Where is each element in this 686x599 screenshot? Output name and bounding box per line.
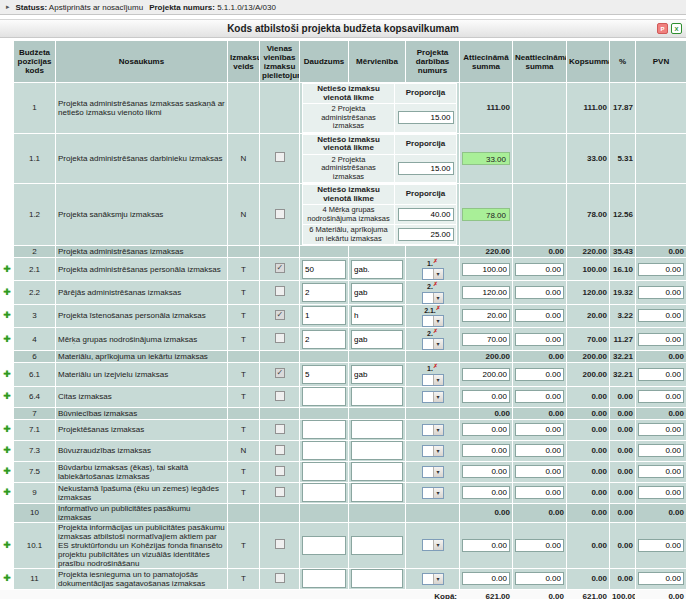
action-number-select[interactable]: ▾ xyxy=(422,539,444,551)
attiecinama-input[interactable] xyxy=(462,539,510,552)
pvn-input[interactable] xyxy=(638,465,684,478)
unit-input[interactable] xyxy=(351,462,403,481)
attiecinama-input[interactable] xyxy=(462,465,510,478)
attiecinama-input[interactable] xyxy=(462,423,510,436)
remove-action-icon[interactable]: ✗ xyxy=(436,305,441,311)
proportion-input[interactable] xyxy=(398,111,454,124)
neattiecinama-input[interactable] xyxy=(515,572,564,585)
action-number-select[interactable]: ▾ xyxy=(422,487,444,499)
attiecinama-input[interactable] xyxy=(462,333,510,346)
remove-action-icon[interactable]: ✗ xyxy=(433,328,438,334)
excel-export-icon[interactable]: X xyxy=(671,23,682,34)
unit-input[interactable] xyxy=(351,483,403,502)
add-row-icon[interactable]: ✚ xyxy=(3,487,11,497)
action-number-select[interactable]: ▾ xyxy=(422,374,444,386)
add-row-icon[interactable]: ✚ xyxy=(3,445,11,455)
pvn-input[interactable] xyxy=(638,333,684,346)
attiecinama-input[interactable] xyxy=(462,309,510,322)
unit-input[interactable] xyxy=(351,387,403,406)
quantity-input[interactable] xyxy=(302,441,346,460)
unit-input[interactable] xyxy=(351,306,403,325)
pdf-export-icon[interactable]: P xyxy=(657,23,668,34)
unit-cost-checkbox[interactable] xyxy=(275,263,285,273)
neattiecinama-input[interactable] xyxy=(515,263,564,276)
unit-cost-checkbox[interactable] xyxy=(275,286,285,296)
quantity-input[interactable] xyxy=(302,483,346,502)
unit-cost-checkbox[interactable] xyxy=(275,152,285,162)
quantity-input[interactable] xyxy=(302,569,346,588)
add-row-icon[interactable]: ✚ xyxy=(3,287,11,297)
remove-action-icon[interactable]: ✗ xyxy=(433,258,438,264)
quantity-input[interactable] xyxy=(302,420,346,439)
neattiecinama-input[interactable] xyxy=(515,368,564,381)
unit-cost-checkbox[interactable] xyxy=(275,573,285,583)
attiecinama-input[interactable] xyxy=(462,444,510,457)
remove-action-icon[interactable]: ✗ xyxy=(433,281,438,287)
unit-cost-checkbox[interactable] xyxy=(275,333,285,343)
unit-input[interactable] xyxy=(351,260,403,279)
unit-input[interactable] xyxy=(351,441,403,460)
neattiecinama-input[interactable] xyxy=(515,333,564,346)
quantity-input[interactable] xyxy=(302,260,346,279)
unit-cost-checkbox[interactable] xyxy=(275,466,285,476)
add-row-icon[interactable]: ✚ xyxy=(3,334,11,344)
action-number-select[interactable]: ▾ xyxy=(422,391,444,403)
unit-cost-checkbox[interactable] xyxy=(275,539,285,549)
add-row-icon[interactable]: ✚ xyxy=(3,391,11,401)
pvn-input[interactable] xyxy=(638,423,684,436)
pvn-input[interactable] xyxy=(638,286,684,299)
quantity-input[interactable] xyxy=(302,462,346,481)
unit-input[interactable] xyxy=(351,365,403,384)
action-number-select[interactable]: ▾ xyxy=(422,315,444,327)
add-row-icon[interactable]: ✚ xyxy=(3,573,11,583)
neattiecinama-input[interactable] xyxy=(515,465,564,478)
neattiecinama-input[interactable] xyxy=(515,444,564,457)
quantity-input[interactable] xyxy=(302,365,346,384)
unit-cost-checkbox[interactable] xyxy=(275,424,285,434)
neattiecinama-input[interactable] xyxy=(515,486,564,499)
action-number-select[interactable]: ▾ xyxy=(422,573,444,585)
action-number-select[interactable]: ▾ xyxy=(422,268,444,280)
add-row-icon[interactable]: ✚ xyxy=(3,369,11,379)
quantity-input[interactable] xyxy=(302,536,346,555)
pvn-input[interactable] xyxy=(638,263,684,276)
neattiecinama-input[interactable] xyxy=(515,286,564,299)
unit-cost-checkbox[interactable] xyxy=(275,209,285,219)
pvn-input[interactable] xyxy=(638,572,684,585)
add-row-icon[interactable]: ✚ xyxy=(3,466,11,476)
unit-cost-checkbox[interactable] xyxy=(275,445,285,455)
neattiecinama-input[interactable] xyxy=(515,390,564,403)
unit-input[interactable] xyxy=(351,330,403,349)
quantity-input[interactable] xyxy=(302,306,346,325)
expand-arrow-icon[interactable]: ▸ xyxy=(6,3,10,11)
unit-input[interactable] xyxy=(351,420,403,439)
proportion-input[interactable] xyxy=(398,162,454,175)
pvn-input[interactable] xyxy=(638,368,684,381)
proportion-input[interactable] xyxy=(398,228,454,241)
pvn-input[interactable] xyxy=(638,309,684,322)
neattiecinama-input[interactable] xyxy=(515,539,564,552)
attiecinama-input[interactable] xyxy=(462,572,510,585)
action-number-select[interactable]: ▾ xyxy=(422,338,444,350)
unit-cost-checkbox[interactable] xyxy=(275,368,285,378)
add-row-icon[interactable]: ✚ xyxy=(3,310,11,320)
pvn-input[interactable] xyxy=(638,444,684,457)
attiecinama-input[interactable] xyxy=(462,486,510,499)
add-row-icon[interactable]: ✚ xyxy=(3,540,11,550)
pvn-input[interactable] xyxy=(638,486,684,499)
action-number-select[interactable]: ▾ xyxy=(422,424,444,436)
add-row-icon[interactable]: ✚ xyxy=(3,424,11,434)
unit-cost-checkbox[interactable] xyxy=(275,391,285,401)
quantity-input[interactable] xyxy=(302,330,346,349)
attiecinama-input[interactable] xyxy=(462,390,510,403)
action-number-select[interactable]: ▾ xyxy=(422,445,444,457)
pvn-input[interactable] xyxy=(638,390,684,403)
attiecinama-input[interactable] xyxy=(462,263,510,276)
neattiecinama-input[interactable] xyxy=(515,309,564,322)
unit-input[interactable] xyxy=(351,536,403,555)
proportion-input[interactable] xyxy=(398,208,454,221)
attiecinama-input[interactable] xyxy=(462,368,510,381)
action-number-select[interactable]: ▾ xyxy=(422,292,444,304)
add-row-icon[interactable]: ✚ xyxy=(3,264,11,274)
quantity-input[interactable] xyxy=(302,387,346,406)
